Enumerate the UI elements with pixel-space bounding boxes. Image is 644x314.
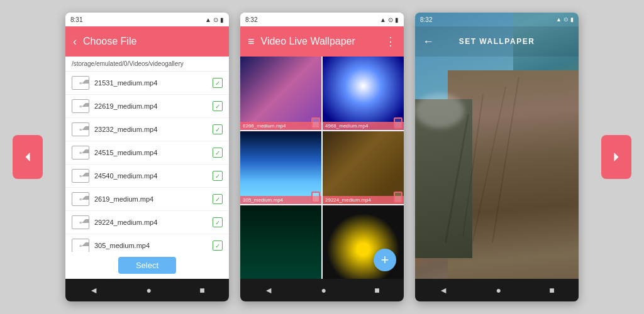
status-icons-3: ▲ ⊙ ▮	[556, 16, 574, 23]
file-name: 24515_medium.mp4	[94, 149, 208, 156]
file-name: 305_medium.mp4	[94, 242, 208, 249]
file-checkbox[interactable]	[213, 148, 223, 158]
file-name: 29224_medium.mp4	[94, 219, 208, 226]
home-nav-2[interactable]: ●	[321, 285, 326, 295]
phone-gallery: 8:32 ▲ ⊙ ▮ ≡ Video Live Wallpaper ⋮ 6266…	[240, 13, 404, 301]
file-path: /storage/emulated/0/Videos/videogallery	[65, 57, 229, 72]
file-name: 21531_medium.mp4	[94, 79, 208, 87]
more-btn[interactable]: ⋮	[385, 35, 396, 48]
time-2: 8:32	[245, 16, 257, 23]
thumb-icon-4	[394, 192, 402, 203]
page-wrapper: 8:31 ▲ ⊙ ▮ ‹ Choose File /storage/emulat…	[0, 0, 644, 314]
file-list: ≡21531_medium.mp4≡22619_medium.mp4≡23232…	[65, 72, 229, 252]
file-item[interactable]: ≡305_medium.mp4	[65, 234, 229, 252]
app-title-1: Choose File	[83, 36, 221, 47]
file-type-icon: ≡	[72, 76, 89, 90]
status-icons-2: ▲ ⊙ ▮	[380, 16, 399, 23]
gallery-grid: 6266_medium.mp4 4968_medium.mp4 305_medi…	[240, 57, 404, 279]
recent-nav-2[interactable]: ■	[374, 285, 379, 295]
status-icons-1: ▲ ⊙ ▮	[205, 16, 224, 23]
file-checkbox[interactable]	[213, 78, 223, 88]
recent-nav-1[interactable]: ■	[199, 285, 204, 295]
status-bar-2: 8:32 ▲ ⊙ ▮	[240, 13, 404, 26]
signal-icon-1: ▲	[205, 16, 211, 23]
status-bar-1: 8:31 ▲ ⊙ ▮	[65, 13, 229, 26]
thumb-5[interactable]	[240, 205, 321, 279]
time-3: 8:32	[420, 16, 432, 23]
file-item[interactable]: ≡22619_medium.mp4	[65, 95, 229, 118]
file-checkbox[interactable]	[213, 171, 223, 181]
select-button[interactable]: Select	[118, 257, 176, 274]
file-name: 23232_medium.mp4	[94, 126, 208, 133]
file-name: 2619_medium.mp4	[94, 195, 208, 203]
thumb-icon-3	[311, 192, 320, 203]
file-item[interactable]: ≡24515_medium.mp4	[65, 141, 229, 165]
thumb-3[interactable]: 305_medium.mp4	[240, 131, 321, 205]
nav-bar-1: ◄ ● ■	[65, 279, 229, 301]
thumb-1[interactable]: 6266_medium.mp4	[240, 57, 321, 130]
file-type-icon: ≡	[72, 169, 89, 183]
thumb-label-4: 29224_medium.mp4	[323, 196, 404, 204]
signal-icon-2: ▲	[380, 16, 386, 23]
file-name: 24540_medium.mp4	[94, 172, 208, 180]
battery-icon-2: ▮	[395, 16, 399, 23]
file-type-icon: ≡	[72, 122, 89, 136]
file-item[interactable]: ≡29224_medium.mp4	[65, 211, 229, 234]
nav-bar-2: ◄ ● ■	[240, 279, 404, 301]
recent-nav-3[interactable]: ■	[549, 285, 554, 295]
app-bar-2: ≡ Video Live Wallpaper ⋮	[240, 26, 404, 57]
back-nav-3[interactable]: ◄	[439, 285, 448, 295]
wifi-icon-3: ⊙	[564, 16, 569, 23]
wifi-icon-2: ⊙	[388, 16, 393, 23]
nav-bar-3: ◄ ● ■	[415, 279, 579, 301]
file-checkbox[interactable]	[213, 241, 223, 251]
thumb-2[interactable]: 4968_medium.mp4	[323, 57, 404, 130]
back-btn-1[interactable]: ‹	[73, 35, 77, 48]
file-checkbox[interactable]	[213, 101, 223, 111]
battery-icon-1: ▮	[220, 16, 224, 23]
thumb-icon-1	[311, 117, 320, 129]
file-type-icon: ≡	[72, 146, 89, 160]
file-item[interactable]: ≡24540_medium.mp4	[65, 165, 229, 188]
thumb-label-1: 6266_medium.mp4	[240, 122, 321, 130]
phones-container: 8:31 ▲ ⊙ ▮ ‹ Choose File /storage/emulat…	[65, 13, 579, 301]
status-bar-3: 8:32 ▲ ⊙ ▮	[415, 13, 579, 26]
thumb-icon-2	[394, 117, 402, 129]
fab-button[interactable]: +	[374, 249, 396, 271]
file-type-icon: ≡	[72, 192, 89, 206]
app-title-2: Video Live Wallpaper	[261, 36, 379, 47]
file-item[interactable]: ≡23232_medium.mp4	[65, 118, 229, 141]
file-type-icon: ≡	[72, 99, 89, 113]
file-item[interactable]: ≡2619_medium.mp4	[65, 188, 229, 211]
file-type-icon: ≡	[72, 239, 89, 252]
wallpaper-app-bar: ← SET WALLPAPER	[415, 26, 579, 57]
select-btn-row: Select	[65, 252, 229, 279]
home-nav-3[interactable]: ●	[496, 285, 501, 295]
app-bar-1: ‹ Choose File	[65, 26, 229, 57]
back-nav-2[interactable]: ◄	[264, 285, 273, 295]
file-item[interactable]: ≡21531_medium.mp4	[65, 72, 229, 95]
thumb-label-2: 4968_medium.mp4	[323, 122, 404, 130]
wave-1	[415, 94, 464, 128]
signal-icon-3: ▲	[556, 16, 562, 23]
thumb-4[interactable]: 29224_medium.mp4	[323, 131, 404, 205]
file-checkbox[interactable]	[213, 217, 223, 227]
file-name: 22619_medium.mp4	[94, 102, 208, 110]
file-checkbox[interactable]	[213, 124, 223, 134]
file-list-container: /storage/emulated/0/Videos/videogallery …	[65, 57, 229, 252]
back-btn-3[interactable]: ←	[423, 35, 434, 48]
menu-btn[interactable]: ≡	[248, 35, 255, 48]
left-arrow[interactable]	[13, 135, 43, 179]
wifi-icon-1: ⊙	[213, 16, 218, 23]
time-1: 8:31	[70, 16, 82, 23]
thumb-label-3: 305_medium.mp4	[240, 196, 321, 204]
phone-wallpaper: 8:32 ▲ ⊙ ▮ ← SET WALLPAPER ◄ ● ■	[415, 13, 579, 301]
file-type-icon: ≡	[72, 215, 89, 229]
right-arrow[interactable]	[601, 135, 631, 179]
battery-icon-3: ▮	[570, 16, 574, 23]
back-nav-1[interactable]: ◄	[89, 285, 98, 295]
file-checkbox[interactable]	[213, 194, 223, 204]
home-nav-1[interactable]: ●	[146, 285, 151, 295]
phone-file-chooser: 8:31 ▲ ⊙ ▮ ‹ Choose File /storage/emulat…	[65, 13, 229, 301]
wallpaper-title: SET WALLPAPER	[439, 37, 555, 46]
